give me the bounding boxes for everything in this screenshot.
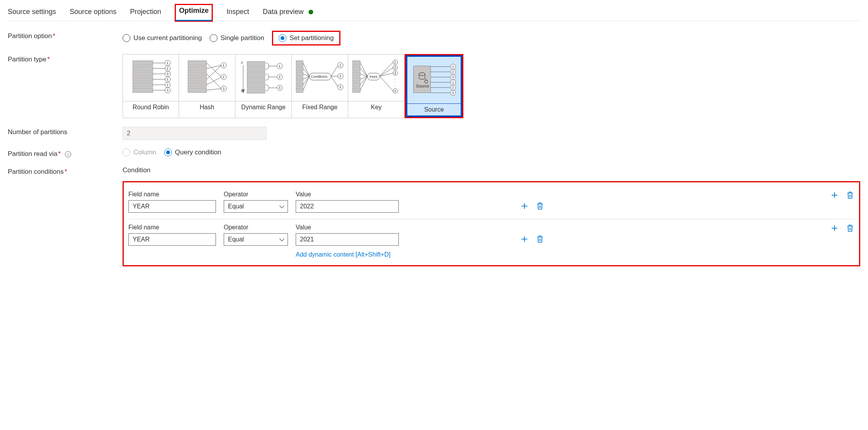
svg-rect-84	[352, 61, 360, 65]
svg-rect-24	[188, 61, 207, 65]
value-input[interactable]	[296, 233, 399, 246]
svg-rect-88	[352, 82, 360, 87]
tab-data-preview-label: Data preview	[263, 8, 303, 16]
card-label: Key	[348, 101, 404, 113]
svg-text:2: 2	[223, 75, 224, 79]
field-name-input[interactable]	[128, 200, 216, 213]
tab-source-settings[interactable]: Source settings	[8, 4, 56, 21]
condition-heading: Condition	[123, 166, 860, 174]
status-dot-icon	[309, 10, 313, 14]
svg-rect-65	[296, 82, 303, 87]
round-robin-icon: 1 2 3 1 2 3	[123, 54, 179, 101]
svg-text:Keys: Keys	[370, 75, 378, 79]
svg-rect-86	[352, 72, 360, 76]
svg-rect-87	[352, 77, 360, 82]
add-dynamic-content-link[interactable]: Add dynamic content [Alt+Shift+D]	[296, 251, 399, 258]
card-hash[interactable]: 1 2 3 Hash	[179, 54, 235, 118]
tab-inspect[interactable]: Inspect	[226, 4, 249, 21]
svg-text:3: 3	[339, 85, 341, 89]
card-label: Source	[407, 103, 461, 115]
svg-text:3: 3	[452, 75, 454, 79]
delete-group-button[interactable]	[846, 224, 854, 232]
highlight-box: Source 1 2 3 1	[405, 54, 463, 118]
tab-optimize[interactable]: Optimize	[175, 4, 213, 22]
info-icon[interactable]: i	[65, 151, 71, 157]
svg-text:.: .	[394, 83, 395, 87]
svg-text:1: 1	[167, 77, 168, 81]
svg-text:n: n	[394, 89, 396, 93]
radio-icon	[210, 34, 217, 42]
operator-select[interactable]: Equal	[224, 200, 288, 213]
condition-group: Field name Operator Equal Value	[128, 186, 854, 219]
svg-line-35	[207, 89, 221, 90]
svg-rect-48	[247, 72, 265, 77]
svg-rect-46	[247, 61, 265, 66]
svg-rect-89	[352, 88, 360, 93]
svg-rect-50	[247, 83, 265, 88]
delete-group-button[interactable]	[846, 191, 854, 199]
partition-type-cards: 1 2 3 1 2 3 Round Robin	[123, 54, 860, 118]
tab-projection[interactable]: Projection	[130, 4, 161, 21]
svg-line-75	[331, 65, 338, 76]
condition-group: Field name Operator Equal Value Add dyna…	[128, 219, 854, 260]
svg-line-101	[380, 76, 393, 91]
partition-option-group: Use current partitioning Single partitio…	[123, 31, 860, 45]
svg-rect-27	[188, 77, 207, 82]
radio-icon	[123, 34, 130, 42]
svg-text:2: 2	[279, 75, 281, 79]
radio-use-current[interactable]: Use current partitioning	[123, 34, 202, 42]
card-label: Fixed Range	[292, 101, 348, 113]
card-key[interactable]: Keys 1 2 3 ... n	[348, 54, 405, 118]
svg-rect-85	[352, 66, 360, 71]
svg-rect-26	[188, 72, 207, 76]
svg-text:3: 3	[279, 86, 281, 90]
svg-line-98	[380, 62, 393, 76]
card-fixed-range[interactable]: Conditions 1 2 3 Fixed Range	[292, 54, 348, 118]
card-label: Dynamic Range	[235, 101, 291, 113]
svg-rect-2	[133, 72, 153, 76]
field-name-input[interactable]	[128, 233, 216, 246]
source-icon: Source 1 2 3 1	[407, 57, 461, 103]
label-partition-type: Partition type*	[8, 54, 123, 63]
svg-text:Conditions: Conditions	[311, 75, 328, 79]
card-round-robin[interactable]: 1 2 3 1 2 3 Round Robin	[123, 54, 179, 118]
svg-rect-51	[247, 89, 265, 93]
radio-single-partition[interactable]: Single partition	[210, 34, 264, 42]
add-group-button[interactable]	[830, 224, 839, 232]
value-input[interactable]	[296, 200, 399, 213]
svg-text:2: 2	[452, 70, 454, 74]
delete-row-button[interactable]	[536, 235, 544, 243]
svg-line-34	[207, 77, 221, 85]
svg-text:3: 3	[452, 91, 454, 95]
svg-text:3: 3	[167, 88, 168, 92]
svg-text:Source: Source	[416, 84, 429, 88]
svg-text:2: 2	[167, 66, 168, 70]
label-partition-option: Partition option*	[8, 31, 123, 40]
card-label: Hash	[179, 101, 235, 113]
radio-query-condition[interactable]: Query condition	[164, 149, 221, 156]
svg-text:2: 2	[339, 74, 341, 78]
svg-rect-63	[296, 72, 303, 76]
number-of-partitions-input[interactable]	[123, 127, 267, 140]
operator-select[interactable]: Equal	[224, 233, 288, 246]
svg-rect-47	[247, 67, 265, 72]
col-field-name: Field name	[128, 191, 216, 198]
label-partition-conditions: Partition conditions*	[8, 166, 123, 176]
add-row-button[interactable]	[520, 235, 529, 243]
fixed-range-icon: Conditions 1 2 3	[292, 54, 348, 101]
svg-line-30	[207, 63, 221, 77]
radio-column[interactable]: Column	[123, 149, 156, 156]
svg-rect-62	[296, 66, 303, 71]
svg-rect-1	[133, 66, 153, 71]
tab-data-preview[interactable]: Data preview	[263, 4, 313, 21]
card-dynamic-range[interactable]: A Z	[235, 54, 292, 118]
add-group-button[interactable]	[830, 191, 839, 199]
col-value: Value	[296, 224, 399, 231]
tab-source-options[interactable]: Source options	[70, 4, 116, 21]
add-row-button[interactable]	[520, 202, 529, 210]
card-source[interactable]: Source 1 2 3 1	[406, 55, 462, 117]
radio-set-partitioning[interactable]: Set partitioning	[279, 34, 333, 42]
svg-rect-66	[296, 88, 303, 93]
tabs-bar: Source settings Source options Projectio…	[8, 4, 860, 21]
delete-row-button[interactable]	[536, 202, 544, 210]
